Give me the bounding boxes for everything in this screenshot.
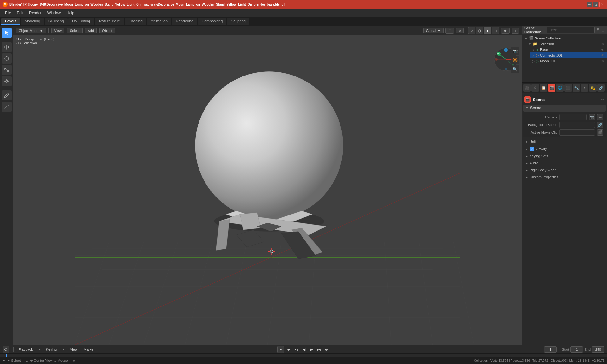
prop-section-custom-properties: ▶ Custom Properties [523,174,606,180]
background-scene-value[interactable] [559,122,595,128]
view-menu[interactable]: View [51,28,64,33]
active-movie-clip-browse-button[interactable]: 🎬 [597,129,603,136]
outliner-settings-icon[interactable]: ⊞ [601,28,604,32]
viewport-overlays-button[interactable]: ⊕ [501,28,510,34]
tab-sculpting[interactable]: Sculpting [45,18,68,25]
transform-tool-button[interactable] [2,76,12,86]
step-forward-button[interactable]: ⏭ [316,346,322,353]
select-tool-button[interactable] [2,28,12,38]
scene-edit-button[interactable]: ✏ [601,97,604,102]
viewport-render-button[interactable]: 🔆 [511,56,519,64]
scene-subsection-header[interactable]: ▼ Scene [523,105,606,112]
tab-scripting[interactable]: Scripting [227,18,249,25]
scene-canvas[interactable]: X Y Z [13,35,522,345]
viewport-gizmos-button[interactable]: ⌖ [512,28,519,34]
audio-subsection-header[interactable]: ▶ Audio [523,160,606,166]
tab-texture-paint[interactable]: Texture Paint [95,18,124,25]
jump-to-end-button[interactable]: ⏭ [323,346,330,353]
viewport-snap-button[interactable]: ⊡ [445,28,454,34]
move-tool-button[interactable] [2,42,12,52]
end-frame-input[interactable] [592,346,604,353]
tab-uv-editing[interactable]: UV Editing [68,18,94,25]
outliner-filter-icon[interactable]: ⊽ [597,28,599,32]
outliner-search-input[interactable] [547,27,595,33]
particles-props-icon[interactable]: ✦ [581,84,588,92]
wireframe-mode-button[interactable]: ○ [468,27,475,34]
scale-tool-button[interactable] [2,65,12,75]
close-button[interactable]: ✕ [599,2,604,7]
constraints-props-icon[interactable]: 🔗 [597,84,605,92]
scene-props-icon[interactable]: 🎬 [548,84,555,92]
menu-render[interactable]: Render [27,10,44,16]
tab-shading[interactable]: Shading [125,18,146,25]
viewport[interactable]: Object Mode ▼ View Select Add Object Glo… [13,26,522,345]
active-movie-clip-value[interactable] [559,129,595,136]
outliner-item-scene-collection[interactable]: ▼ 🎬 Scene Collection [522,35,607,41]
tab-layout[interactable]: Layout [1,18,20,25]
gravity-checkbox[interactable]: ✓ [530,147,534,151]
playback-button[interactable]: Playback [17,347,34,352]
playback-dropdown-icon[interactable]: ▼ [38,348,41,351]
menu-help[interactable]: Help [64,10,77,16]
scene-subsection-triangle: ▼ [526,107,528,110]
play-forward-button[interactable]: ▶ [308,346,315,353]
custom-properties-subsection-header[interactable]: ▶ Custom Properties [523,174,606,180]
menu-edit[interactable]: Edit [14,10,26,16]
timeline-type-button[interactable]: ⏱ [3,346,9,353]
select-menu[interactable]: Select [67,28,83,33]
stop-button[interactable]: ■ [277,346,284,353]
units-subsection-header[interactable]: ▶ Units [523,139,606,144]
camera-browse-button[interactable]: 📷 [589,114,595,120]
keying-dropdown-icon[interactable]: ▼ [62,348,65,351]
physics-props-icon[interactable]: 💫 [589,84,597,92]
rendered-mode-button[interactable]: □ [492,27,499,34]
solid-mode-button[interactable]: ◑ [476,27,483,34]
object-mode-dropdown[interactable]: Object Mode ▼ [16,28,46,33]
output-props-icon[interactable]: 🖨 [531,84,539,92]
viewport-proportional-button[interactable]: ○ [456,28,464,33]
tab-rendering[interactable]: Rendering [172,18,197,25]
add-workspace-button[interactable]: + [250,18,257,25]
object-props-icon[interactable]: ⬛ [564,84,572,92]
outliner-item-base[interactable]: ▷ ▷ Base 👁 [530,47,607,52]
search-button[interactable]: 🔍 [511,65,519,73]
keying-sets-subsection-header[interactable]: ▶ Keying Sets [523,153,606,159]
maximize-button[interactable]: □ [593,2,598,7]
start-frame-input[interactable] [570,346,583,353]
object-menu[interactable]: Object [99,28,115,33]
world-props-icon[interactable]: 🌐 [556,84,564,92]
add-menu[interactable]: Add [85,28,97,33]
tab-compositing[interactable]: Compositing [198,18,227,25]
marker-button[interactable]: Marker [83,347,96,352]
background-scene-browse-button[interactable]: 🔗 [597,122,603,128]
rotate-tool-button[interactable] [2,53,12,64]
gravity-subsection-header[interactable]: ▶ ✓ Gravity [523,146,606,152]
step-back-button[interactable]: ⏮ [293,346,299,353]
jump-to-start-button[interactable]: ⏮ [285,346,292,353]
current-frame-input[interactable] [544,346,557,353]
material-mode-button[interactable]: ● [484,27,491,34]
camera-edit-button[interactable]: ✏ [597,114,603,120]
minimize-button[interactable]: ─ [587,2,592,7]
camera-view-button[interactable]: 📷 [511,47,519,55]
rigid-body-world-subsection-header[interactable]: ▶ Rigid Body World [523,167,606,173]
keying-button[interactable]: Keying [45,347,58,352]
render-props-icon[interactable]: 🎥 [523,84,531,92]
outliner-item-moon[interactable]: ▷ ▷ Moon.001 👁 [530,58,607,64]
outliner-item-connector[interactable]: ▷ ▷ Connector.001 👁 [530,52,607,58]
annotate-button[interactable] [2,90,12,100]
custom-properties-label: Custom Properties [530,175,558,179]
view-layer-icon[interactable]: 📋 [540,84,547,92]
modifier-props-icon[interactable]: 🔧 [573,84,580,92]
outliner-item-collection[interactable]: ▼ 📁 Collection 👁 [526,41,607,47]
properties-icon-row: 🎥 🖨 📋 🎬 🌐 ⬛ 🔧 ✦ 💫 🔗 [522,83,607,93]
viewport-global-dropdown[interactable]: Global ▼ [423,28,444,33]
menu-file[interactable]: File [3,10,14,16]
camera-value[interactable] [559,114,587,120]
play-back-button[interactable]: ◀ [301,346,307,353]
tab-animation[interactable]: Animation [147,18,171,25]
menu-window[interactable]: Window [45,10,63,16]
measure-button[interactable] [2,102,12,112]
tab-modeling[interactable]: Modeling [21,18,44,25]
timeline-view-button[interactable]: View [69,347,79,352]
